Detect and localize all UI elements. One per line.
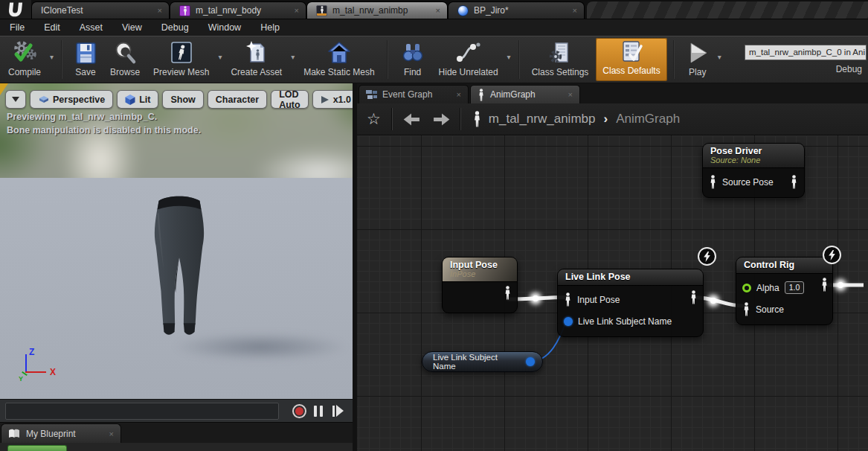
save-floppy-icon [74, 40, 97, 65]
save-label: Save [75, 67, 95, 77]
class-settings-label: Class Settings [532, 67, 589, 77]
breadcrumb-chevron-icon: › [602, 112, 609, 127]
pose-pin-input[interactable] [709, 175, 717, 189]
make-static-mesh-label: Make Static Mesh [303, 67, 374, 77]
character-menu-button[interactable]: Character [208, 90, 267, 109]
float-pin-alpha[interactable] [742, 284, 751, 292]
node-header[interactable]: Input Pose InPose [443, 258, 517, 282]
breadcrumb-current[interactable]: AnimGraph [616, 112, 680, 127]
preview-mesh-button[interactable]: Preview Mesh [147, 36, 216, 83]
class-settings-button[interactable]: Class Settings [525, 36, 596, 83]
hide-unrelated-caret[interactable]: ▾ [505, 53, 513, 61]
tab-animgraph[interactable]: AnimGraph × [470, 85, 580, 103]
close-icon[interactable]: × [443, 90, 461, 99]
tab-event-graph[interactable]: Event Graph × [359, 85, 469, 103]
node-header[interactable]: Live Link Pose [558, 269, 703, 286]
menu-edit[interactable]: Edit [34, 22, 70, 33]
debug-object-select[interactable]: m_tal_nrw_animbp_C_0 in Ani [745, 45, 867, 60]
pose-pin-output[interactable] [820, 278, 829, 292]
unreal-editor-window: ICloneTest × m_tal_nrw_body × m_tal_nrw_… [0, 0, 868, 451]
graph-breadcrumb-bar: ☆ m_tal_nrw_animbp › AnimGraph [357, 103, 868, 135]
graph-panel: Event Graph × AnimGraph × ☆ [357, 83, 868, 451]
node-control-rig[interactable]: Control Rig Alpha 1.0 Source [736, 257, 833, 325]
fast-path-lightning-icon [698, 247, 716, 266]
menu-view[interactable]: View [112, 22, 152, 33]
record-button[interactable] [289, 401, 309, 420]
tab-iclonetest[interactable]: ICloneTest × [31, 1, 170, 19]
alpha-value-input[interactable]: 1.0 [785, 281, 805, 294]
axis-gizmo: Z X Y [18, 345, 65, 384]
pose-pin-output[interactable] [504, 286, 512, 300]
class-defaults-button[interactable]: Class Defaults [596, 38, 666, 81]
node-live-link-pose[interactable]: Live Link Pose Input Pose Live Link Subj… [557, 269, 704, 337]
save-button[interactable]: Save [68, 36, 103, 83]
preview-mesh-caret[interactable]: ▾ [216, 53, 224, 61]
create-asset-label: Create Asset [231, 67, 282, 77]
tab-bp-jiro[interactable]: BP_Jiro* × [448, 1, 585, 19]
add-new-button-partial[interactable] [7, 445, 67, 451]
lit-cube-icon [125, 95, 135, 105]
find-button[interactable]: Find [393, 36, 432, 83]
pause-button[interactable] [309, 401, 328, 420]
pose-pin-output[interactable] [689, 290, 698, 304]
tab-my-blueprint[interactable]: My Blueprint × [1, 423, 121, 443]
node-header[interactable]: Pose Driver Source: None [703, 144, 804, 168]
browse-button[interactable]: Browse [103, 36, 147, 83]
name-pin-subject[interactable] [564, 317, 573, 326]
node-subtitle: Source: None [710, 156, 797, 164]
create-asset-caret[interactable]: ▾ [289, 53, 297, 61]
node-title: Control Rig [744, 260, 825, 270]
step-forward-button[interactable] [328, 401, 347, 420]
close-icon[interactable]: × [147, 6, 162, 15]
close-icon[interactable]: × [284, 6, 299, 15]
hide-unrelated-button[interactable]: Hide Unrelated [432, 36, 505, 83]
pose-pin-input[interactable] [564, 292, 572, 307]
close-icon[interactable]: × [555, 90, 573, 99]
menu-asset[interactable]: Asset [70, 22, 112, 33]
nav-back-button[interactable] [399, 113, 423, 126]
node-subtitle: InPose [450, 269, 509, 278]
create-asset-button[interactable]: Create Asset [224, 36, 289, 83]
timeline-scrub-field[interactable] [5, 403, 279, 420]
nav-forward-button[interactable] [430, 113, 454, 126]
name-pin-output[interactable] [526, 357, 535, 366]
node-input-pose[interactable]: Input Pose InPose [442, 257, 518, 313]
make-static-mesh-button[interactable]: Make Static Mesh [297, 36, 381, 83]
close-icon[interactable]: × [562, 6, 577, 15]
tab-m-tal-nrw-body[interactable]: m_tal_nrw_body × [170, 1, 306, 19]
menu-debug[interactable]: Debug [152, 22, 199, 33]
find-label: Find [404, 67, 421, 77]
play-options-caret[interactable]: ▾ [716, 53, 724, 61]
perspective-button[interactable]: Perspective [30, 90, 113, 109]
breadcrumb-root[interactable]: m_tal_nrw_animbp [489, 112, 596, 127]
menu-window[interactable]: Window [199, 22, 251, 33]
node-pose-driver[interactable]: Pose Driver Source: None Source Pose [702, 143, 805, 198]
pin-label: Alpha [756, 283, 779, 293]
close-icon[interactable]: × [425, 6, 440, 15]
compile-options-caret[interactable]: ▾ [48, 53, 56, 61]
close-icon[interactable]: × [99, 429, 114, 438]
lit-mode-button[interactable]: Lit [117, 90, 158, 109]
play-button[interactable]: Play [680, 36, 716, 83]
lod-auto-button[interactable]: LOD Auto [271, 90, 308, 109]
debug-label: Debug [836, 64, 867, 74]
bookmark-star-icon[interactable]: ☆ [362, 110, 385, 128]
menu-file[interactable]: File [0, 22, 34, 33]
playback-speed-button[interactable]: x1.0 [312, 90, 353, 109]
binoculars-icon [400, 40, 425, 65]
menu-help[interactable]: Help [251, 22, 289, 33]
node-header[interactable]: Control Rig [736, 258, 832, 274]
node-subject-name-literal[interactable]: Live Link Subject Name [422, 351, 543, 372]
my-blueprint-panel [0, 443, 353, 451]
compile-button[interactable]: Compile [1, 36, 48, 83]
show-menu-button[interactable]: Show [162, 90, 203, 109]
viewport-options-button[interactable] [5, 90, 26, 109]
preview-viewport[interactable]: Z X Y Perspective [0, 83, 353, 399]
pose-pin-source[interactable] [742, 302, 750, 316]
tab-m-tal-nrw-animbp[interactable]: m_tal_nrw_animbp × [306, 1, 448, 19]
pose-pin-output[interactable] [790, 175, 798, 189]
mesh-ground-shadow [170, 332, 351, 362]
animgraph-canvas[interactable]: Pose Driver Source: None Source Pose [357, 135, 868, 451]
preview-mesh-pants [143, 191, 216, 336]
hide-unrelated-icon [456, 40, 481, 65]
